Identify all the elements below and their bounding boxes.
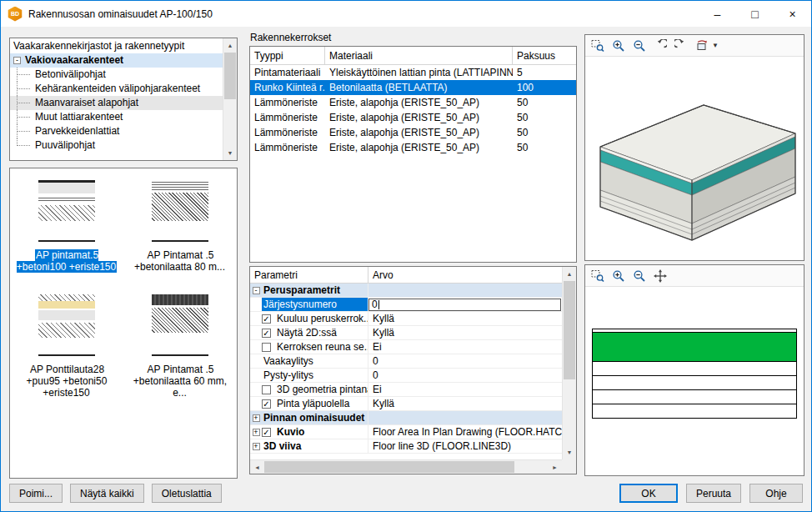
parameter-row[interactable]: + 3D viiva Floor line 3D (FLOOR.LINE3D) (250, 439, 562, 454)
checkbox[interactable]: ✓ (262, 399, 271, 409)
structure-thumbnail[interactable]: AP Pintamat .5 +betonilaatta 80 m... (123, 180, 237, 273)
preview-2d-viewport[interactable] (585, 287, 804, 475)
expand-icon[interactable]: + (253, 414, 260, 422)
preview-2d-toolbar (585, 265, 804, 287)
thumbnail-caption: AP pintamat.5 +betoni100 +eriste150 (16, 249, 118, 273)
scrollbar-thumb[interactable] (224, 53, 236, 99)
ok-button[interactable]: OK (619, 484, 678, 503)
rotate-left-icon[interactable] (651, 37, 669, 55)
parameter-group-row[interactable]: + Pinnan ominaisuudet (250, 411, 562, 425)
close-button[interactable]: × (774, 1, 811, 27)
titlebar[interactable]: BD Rakennusosan ominaisuudet AP-100/150 … (1, 1, 811, 27)
layer-row[interactable]: Pintamateriaali Yleiskäyttöinen lattian … (250, 65, 576, 80)
text-cursor (378, 300, 379, 309)
thumbnail-graphic (152, 180, 208, 242)
help-button[interactable]: Ohje (749, 484, 803, 503)
scroll-down-button[interactable]: ▼ (223, 146, 237, 160)
preview-3d-viewport[interactable] (585, 57, 804, 260)
parameter-row[interactable]: Kerroksen reuna se... Ei (250, 340, 562, 354)
collapse-icon[interactable]: - (13, 57, 21, 64)
structure-type-list: AP pintamat.5 +betoni100 +eriste150 AP P… (9, 168, 238, 479)
parameter-row[interactable]: ✓ Kuuluu peruskerrok... Kyllä (250, 312, 562, 326)
preview-3d-toolbar: ▼ (585, 35, 804, 57)
column-header-thickness[interactable]: Paksuus (513, 47, 576, 64)
layer-band (592, 361, 797, 376)
layer-band (592, 375, 797, 390)
tree-header: Vaakarakennekirjastot ja rakennetyypit (10, 39, 223, 53)
layer-row[interactable]: Lämmöneriste Eriste, alapohja (ERISTE_50… (250, 95, 576, 110)
cancel-button[interactable]: Peruuta (686, 484, 741, 503)
view-orientation-icon[interactable] (693, 37, 711, 55)
checkbox[interactable]: ✓ (262, 329, 271, 338)
parameter-row-selected[interactable]: Järjestysnumero 0 (250, 298, 562, 312)
tree-item[interactable]: Kehärankenteiden välipohjarakenteet (10, 82, 223, 96)
tree-scrollbar[interactable]: ▲ ▼ (223, 38, 237, 160)
minimize-button[interactable]: – (699, 1, 736, 27)
parameter-row[interactable]: ✓ Pinta yläpuolella Kyllä (250, 397, 562, 411)
checkbox[interactable]: ✓ (262, 314, 271, 324)
parameter-row[interactable]: + ✓ Kuvio Floor Area In Plan Drawing (FL… (250, 425, 562, 439)
scrollbar-thumb[interactable] (264, 461, 514, 473)
layer-row[interactable]: Lämmöneriste Eriste, alapohja (ERISTE_50… (250, 140, 576, 155)
expand-icon[interactable]: + (253, 429, 260, 436)
scrollbar-thumb[interactable] (564, 281, 575, 379)
parameter-group-row[interactable]: - Perusparametrit (250, 284, 562, 298)
parameters-hscrollbar[interactable]: ◄ ► (250, 459, 562, 474)
zoom-in-icon[interactable] (609, 267, 628, 285)
chevron-down-icon[interactable]: ▼ (712, 42, 719, 49)
value-editor[interactable]: 0 (368, 299, 561, 311)
maximize-button[interactable]: □ (736, 1, 774, 27)
parameter-row[interactable]: Pysty-ylitys 0 (250, 369, 562, 383)
tree-item-selected[interactable]: Maanvaraiset alapohjat (10, 96, 223, 110)
scroll-right-button[interactable]: ► (548, 460, 562, 474)
layers-table: Tyyppi Materiaali Paksuus Pintamateriaal… (249, 46, 577, 263)
tree-item[interactable]: Puuvälipohjat (10, 138, 223, 153)
preview-3d-panel: ▼ (584, 34, 804, 261)
checkbox[interactable]: ✓ (262, 428, 271, 437)
slab-3d-drawing (585, 57, 804, 260)
preview-2d-panel (584, 264, 804, 476)
collapse-icon[interactable]: - (253, 287, 260, 294)
zoom-out-icon[interactable] (630, 267, 649, 285)
layer-row-selected[interactable]: Runko Kiinteä r... Betonilaatta (BETLAAT… (250, 80, 576, 95)
parameters-vscrollbar[interactable]: ▲ ▼ (562, 267, 576, 459)
checkbox[interactable] (262, 385, 271, 394)
column-header-material[interactable]: Materiaali (325, 47, 513, 64)
parameter-row[interactable]: ✓ Näytä 2D:ssä Kyllä (250, 326, 562, 340)
parameter-row[interactable]: 3D geometria pintana Ei (250, 383, 562, 397)
structure-thumbnail[interactable]: AP Pintamat .5 +betonilaatta 60 mm, e... (123, 294, 237, 399)
column-header-type[interactable]: Tyyppi (250, 47, 325, 64)
zoom-window-icon[interactable] (589, 37, 607, 55)
scroll-up-button[interactable]: ▲ (563, 267, 576, 281)
show-all-button[interactable]: Näytä kaikki (70, 484, 144, 503)
tree-item[interactable]: Betonivälipohjat (10, 68, 223, 82)
layer-row[interactable]: Lämmöneriste Eriste, alapohja (ERISTE_50… (250, 125, 576, 140)
column-header-parameter[interactable]: Parametri (250, 267, 368, 283)
layer-stack-drawing (592, 329, 797, 419)
structure-thumbnail-selected[interactable]: AP pintamat.5 +betoni100 +eriste150 (10, 180, 123, 273)
zoom-out-icon[interactable] (630, 37, 649, 55)
pick-button[interactable]: Poimi... (9, 484, 63, 503)
scroll-up-button[interactable]: ▲ (223, 38, 237, 53)
default-floor-button[interactable]: Oletuslattia (152, 484, 222, 503)
column-header-value[interactable]: Arvo (368, 267, 393, 283)
scroll-left-button[interactable]: ◄ (250, 460, 264, 474)
thumbnail-graphic (38, 294, 95, 356)
window-title: Rakennusosan ominaisuudet AP-100/150 (28, 8, 213, 20)
pan-icon[interactable] (651, 267, 669, 285)
tree-item-root[interactable]: - Vakiovaakarakenteet (10, 53, 223, 68)
layer-row[interactable]: Lämmöneriste Eriste, alapohja (ERISTE_50… (250, 110, 576, 125)
tree-item[interactable]: Parvekkeidenlattiat (10, 124, 223, 138)
parameter-row[interactable]: Vaakaylitys 0 (250, 354, 562, 369)
zoom-in-icon[interactable] (609, 37, 628, 55)
scrollbar-corner (562, 459, 576, 474)
tree-item[interactable]: Muut lattiarakenteet (10, 110, 223, 124)
layer-band (592, 404, 797, 419)
checkbox[interactable] (262, 343, 271, 352)
thumbnail-caption: AP Pintamat .5 +betonilaatta 80 m... (129, 249, 231, 273)
scroll-down-button[interactable]: ▼ (563, 445, 576, 459)
rotate-right-icon[interactable] (672, 37, 690, 55)
expand-icon[interactable]: + (253, 443, 260, 450)
zoom-window-icon[interactable] (589, 267, 607, 285)
structure-thumbnail[interactable]: AP Ponttilauta28 +puu95 +betoni50 +erist… (10, 294, 123, 399)
